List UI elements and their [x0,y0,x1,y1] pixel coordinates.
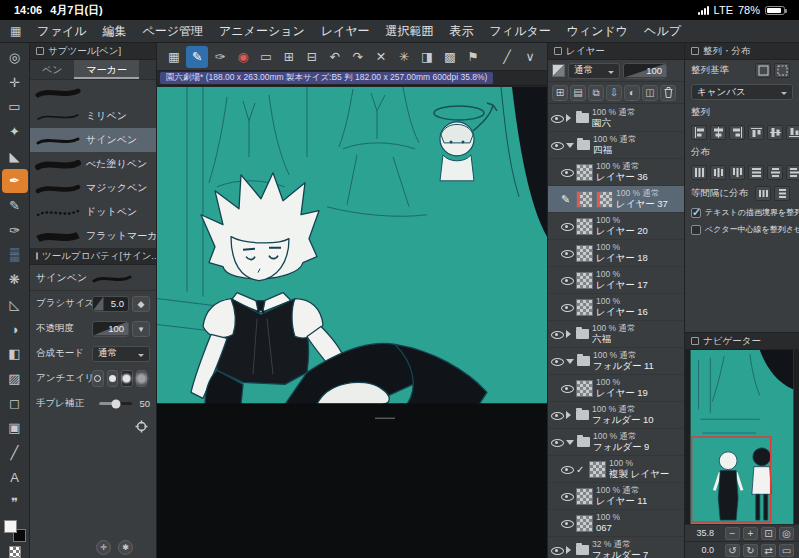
flip-horizontal-icon[interactable]: ⇄ [761,544,776,557]
visibility-eye-icon[interactable] [561,167,573,177]
subtool-item-betanuri[interactable]: べた塗りペン [30,152,156,176]
gesture-mode-icon[interactable]: ✑ [209,46,231,68]
layer-blend-dropdown[interactable]: 通常 [568,63,620,79]
layer-row-folder[interactable]: 100 % 通常六福 [548,321,684,348]
snap-ruler-icon[interactable]: ⚑ [462,46,484,68]
actual-size-icon[interactable]: ◎ [779,527,794,540]
menu-animation[interactable]: アニメーション [219,23,305,40]
menu-filter[interactable]: フィルター [490,23,551,40]
artwork[interactable] [157,87,547,558]
figure-tool-icon[interactable]: ◻ [2,391,28,416]
opacity-input[interactable]: 100 [92,321,129,337]
timelapse-record-icon[interactable]: ◉ [232,46,254,68]
antialias-strong-button[interactable] [136,370,148,387]
antialias-none-button[interactable] [92,370,104,387]
frame-border-tool-icon[interactable]: ▣ [2,416,28,441]
slider-knob[interactable] [111,399,120,408]
invert-selection-icon[interactable]: ◨ [416,46,438,68]
brush-size-options-button[interactable]: ◆ [132,296,150,312]
layer-thumbnail[interactable] [576,164,593,181]
visibility-eye-icon[interactable] [561,383,573,393]
text-tool-icon[interactable]: A [2,465,28,490]
subtool-item-magicpen[interactable]: マジックペン [30,176,156,200]
antialias-weak-button[interactable] [107,370,119,387]
expand-closed-icon[interactable] [566,546,575,554]
visibility-eye-icon[interactable] [551,437,563,447]
menu-selection[interactable]: 選択範囲 [386,23,434,40]
transparent-color-swatch[interactable] [9,546,21,558]
duplicate-layer-icon[interactable]: ⧉ [588,85,604,101]
eyedropper-tool-icon[interactable]: ◣ [2,144,28,169]
subtool-item-flatmarker[interactable]: フラットマーカー [30,224,156,248]
text-bounds-checkbox-row[interactable]: テキストの描画境界を整列させる [685,204,799,221]
layer-thumbnail[interactable] [576,272,593,289]
expand-closed-icon[interactable] [566,411,575,419]
wrench-icon[interactable] [135,420,148,433]
decoration-tool-icon[interactable]: ❋ [2,267,28,292]
basis-selection-icon[interactable] [774,63,790,78]
stabilization-slider[interactable] [99,402,132,405]
visibility-eye-icon[interactable] [551,113,563,123]
brush-size-input[interactable]: 5.0 [92,296,129,312]
ruler-tool-icon[interactable]: ╱ [2,440,28,465]
visibility-eye-icon[interactable] [551,410,563,420]
layer-row[interactable]: 100 % 通常レイヤー 11 [548,483,684,510]
marquee-tool-icon[interactable]: ▭ [2,94,28,119]
reset-rotation-icon[interactable]: ▭ [779,544,794,557]
layer-thumbnail[interactable] [576,245,593,262]
balloon-tool-icon[interactable]: ❞ [2,490,28,515]
deselect-icon[interactable]: ✳ [393,46,415,68]
rotate-left-icon[interactable]: ↺ [725,544,740,557]
move-tool-icon[interactable]: ✛ [2,70,28,95]
hand-quick-button[interactable]: ✛ [96,540,111,555]
visibility-eye-icon[interactable] [561,221,573,231]
new-layer-icon[interactable]: ⊞ [552,85,568,101]
layer-row[interactable]: 100 % レイヤー 20 [548,213,684,240]
menu-view[interactable]: 表示 [450,23,474,40]
pen-mode-icon[interactable]: ✎ [186,46,208,68]
checked-icon[interactable]: ✓ [576,464,586,475]
layer-row[interactable]: 100 % レイヤー 17 [548,267,684,294]
selection-launcher-icon[interactable]: ▭ [255,46,277,68]
app-menu-icon[interactable]: ▦ [10,24,21,38]
blend-mode-dropdown[interactable]: 通常 [92,346,150,362]
opacity-options-button[interactable]: ▾ [132,321,150,337]
tab-marker[interactable]: マーカー [74,60,138,79]
layer-thumbnail[interactable] [576,299,593,316]
delete-layer-icon[interactable] [660,85,676,101]
align-vcenter-icon[interactable] [767,125,783,140]
eraser-tool-icon[interactable]: ◺ [2,292,28,317]
brush-tool-icon[interactable]: ✑ [2,218,28,243]
expand-open-icon[interactable] [566,440,574,449]
redo-icon[interactable]: ↷ [347,46,369,68]
distribute-top-icon[interactable] [748,165,764,180]
visibility-eye-icon[interactable] [561,302,573,312]
layer-row-folder[interactable]: 100 % 通常四福 [548,132,684,159]
menu-edit[interactable]: 編集 [102,23,126,40]
basis-canvas-icon[interactable] [755,63,771,78]
layer-opacity-input[interactable]: 100 [623,63,667,79]
align-top-icon[interactable] [748,125,764,140]
distribute-hcenter-icon[interactable] [710,165,726,180]
layer-thumbnail[interactable] [576,218,593,235]
layer-row-selected[interactable]: ✎ 100 % 通常レイヤー 37 [548,186,684,213]
align-hcenter-icon[interactable] [710,125,726,140]
navigator-thumbnail[interactable] [685,350,799,524]
expand-closed-icon[interactable] [566,114,575,122]
distribute-bottom-icon[interactable] [786,165,799,180]
save-icon[interactable]: ⊟ [301,46,323,68]
layer-row-folder[interactable]: 100 % 通常フォルダー 9 [548,429,684,456]
menu-help[interactable]: ヘルプ [644,23,681,40]
chevron-down-icon[interactable]: ∨ [519,46,541,68]
clear-icon[interactable]: ✕ [370,46,392,68]
workspace-grid-icon[interactable]: ▦ [163,46,185,68]
visibility-eye-icon[interactable] [561,491,573,501]
visibility-eye-icon[interactable] [561,248,573,258]
line-correction-icon[interactable]: ╱ [496,46,518,68]
equal-horizontal-icon[interactable] [755,186,771,201]
undo-icon[interactable]: ↶ [324,46,346,68]
document-tab[interactable]: 園六劇場* (188.00 x 263.00mm 製本サイズ:B5 判 182.… [160,72,493,84]
layer-thumbnail[interactable] [576,488,593,505]
align-right-icon[interactable] [729,125,745,140]
layer-row[interactable]: 100 % レイヤー 18 [548,240,684,267]
